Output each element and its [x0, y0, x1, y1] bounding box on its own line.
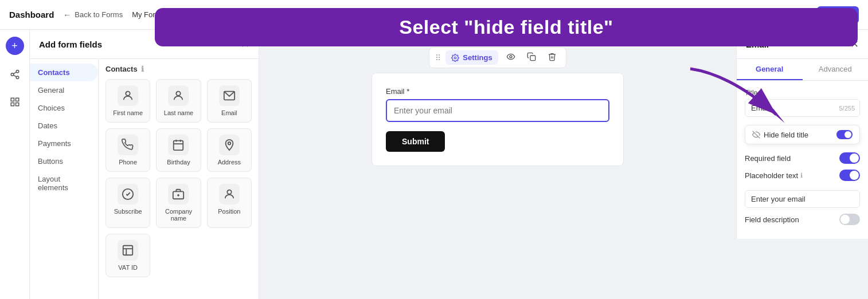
topbar: Dashboard ← Back to Forms My Form ✏ Edit… — [0, 0, 868, 30]
field-phone[interactable]: Phone — [105, 128, 150, 172]
field-address[interactable]: Address — [207, 128, 252, 172]
svg-point-0 — [16, 70, 19, 73]
placeholder-text-row: Placeholder text ℹ — [745, 170, 860, 181]
tab-general[interactable]: General — [737, 59, 803, 80]
delete-field-button[interactable] — [544, 50, 560, 65]
save-button[interactable]: Save — [817, 6, 859, 23]
share-icon[interactable] — [7, 66, 23, 82]
icon-sidebar: + — [0, 30, 30, 299]
field-description-label: Field description — [745, 215, 799, 224]
main-layout: + Add form fields ✕ Contacts General Cho… — [0, 30, 868, 299]
settings-toolbar-button[interactable]: Settings — [445, 50, 498, 65]
fields-panel: Add form fields ✕ Contacts General Choic… — [30, 30, 259, 299]
required-field-toggle[interactable] — [839, 152, 860, 164]
svg-line-4 — [13, 72, 16, 74]
svg-rect-12 — [174, 141, 183, 150]
placeholder-text-toggle[interactable] — [839, 170, 860, 181]
company-name-label: Company name — [160, 208, 197, 222]
tab-settings[interactable]: Settings — [427, 10, 453, 19]
topbar-right: ? ✕ Save — [781, 6, 859, 23]
hide-field-title-toggle[interactable] — [836, 130, 853, 139]
close-fields-button[interactable]: ✕ — [241, 38, 249, 50]
form-name-display: My Form ✏ — [132, 10, 171, 19]
category-general[interactable]: General — [30, 81, 98, 99]
hide-title-row: Hide field title — [745, 125, 860, 144]
svg-point-16 — [228, 142, 231, 145]
hide-toggle-knob — [844, 131, 851, 138]
category-list: Contacts General Choices Dates Payments … — [30, 59, 99, 299]
drag-handle-icon[interactable]: ⠿ — [435, 53, 441, 62]
required-field-row: Required field — [745, 152, 860, 164]
tab-edit[interactable]: Edit — [358, 9, 373, 20]
phone-icon — [118, 135, 138, 155]
company-name-icon — [168, 184, 189, 204]
hide-field-title-label: Hide field title — [764, 131, 808, 139]
eye-off-icon — [752, 131, 760, 139]
contacts-info-icon: ℹ — [141, 65, 144, 73]
title-info-icon: ℹ — [760, 89, 762, 97]
form-canvas: ⠿ Settings Email * Submit — [259, 30, 736, 299]
category-buttons[interactable]: Buttons — [30, 152, 98, 170]
address-icon — [219, 135, 240, 155]
email-label: Email — [221, 109, 237, 116]
svg-rect-8 — [15, 103, 18, 106]
category-contacts[interactable]: Contacts — [30, 64, 98, 81]
field-last-name[interactable]: Last name — [156, 79, 201, 123]
preview-field-button[interactable] — [503, 50, 519, 65]
birthday-icon — [168, 135, 189, 155]
edit-form-name-icon[interactable]: ✏ — [165, 10, 171, 19]
dashboard-title: Dashboard — [9, 10, 54, 19]
back-to-forms-link[interactable]: ← Back to Forms — [63, 10, 123, 19]
title-field-row: Title ℹ 5/255 — [745, 89, 860, 117]
email-icon — [219, 85, 240, 106]
svg-rect-27 — [530, 56, 535, 61]
svg-rect-7 — [11, 103, 14, 106]
fields-panel-title: Add form fields — [39, 40, 102, 49]
add-field-button[interactable]: + — [6, 37, 24, 55]
right-panel-container: Email ✕ General Advanced Title ℹ 5/255 — [736, 30, 868, 299]
email-input[interactable] — [386, 99, 609, 122]
category-choices[interactable]: Choices — [30, 99, 98, 117]
fields-grid: First name Last name Email — [105, 79, 252, 277]
close-top-button[interactable]: ✕ — [801, 9, 810, 21]
svg-rect-5 — [11, 98, 14, 101]
svg-point-10 — [177, 92, 181, 96]
svg-point-2 — [16, 76, 19, 79]
tab-preview[interactable]: Preview — [386, 10, 413, 19]
settings-label: Settings — [463, 53, 492, 62]
duplicate-field-button[interactable] — [523, 50, 539, 65]
field-email[interactable]: Email — [207, 79, 252, 123]
field-position[interactable]: Position — [207, 178, 252, 228]
required-toggle-knob — [850, 154, 859, 163]
field-subscribe[interactable]: Subscribe — [105, 178, 150, 228]
address-label: Address — [218, 159, 241, 166]
field-description-row: Field description — [745, 214, 860, 225]
category-layout[interactable]: Layout elements — [30, 170, 98, 196]
svg-point-26 — [510, 56, 512, 58]
svg-point-1 — [11, 73, 14, 76]
email-field-label: Email * — [386, 87, 609, 96]
placeholder-value-input[interactable] — [745, 190, 860, 208]
back-arrow-icon: ← — [63, 10, 71, 19]
submit-button[interactable]: Submit — [386, 131, 445, 152]
field-description-toggle[interactable] — [839, 214, 860, 225]
svg-point-21 — [227, 190, 231, 194]
field-company-name[interactable]: Company name — [156, 178, 201, 228]
placeholder-toggle-knob — [850, 171, 859, 180]
tab-submissions[interactable]: Submissions — [467, 10, 510, 19]
field-vat-id[interactable]: VAT ID — [105, 234, 150, 277]
last-name-label: Last name — [164, 109, 193, 116]
help-button[interactable]: ? — [781, 8, 795, 22]
category-dates[interactable]: Dates — [30, 117, 98, 135]
vat-id-label: VAT ID — [118, 264, 138, 271]
field-first-name[interactable]: First name — [105, 79, 150, 123]
right-panel-body: Title ℹ 5/255 Hide field title — [737, 81, 868, 239]
right-panel-close-button[interactable]: ✕ — [850, 38, 859, 50]
layers-icon[interactable] — [7, 94, 23, 110]
category-payments[interactable]: Payments — [30, 135, 98, 152]
first-name-icon — [118, 85, 138, 106]
field-birthday[interactable]: Birthday — [156, 128, 201, 172]
hide-title-label-wrap: Hide field title — [752, 131, 808, 139]
tab-advanced[interactable]: Advanced — [803, 59, 869, 80]
right-panel-title: Email — [746, 40, 769, 49]
